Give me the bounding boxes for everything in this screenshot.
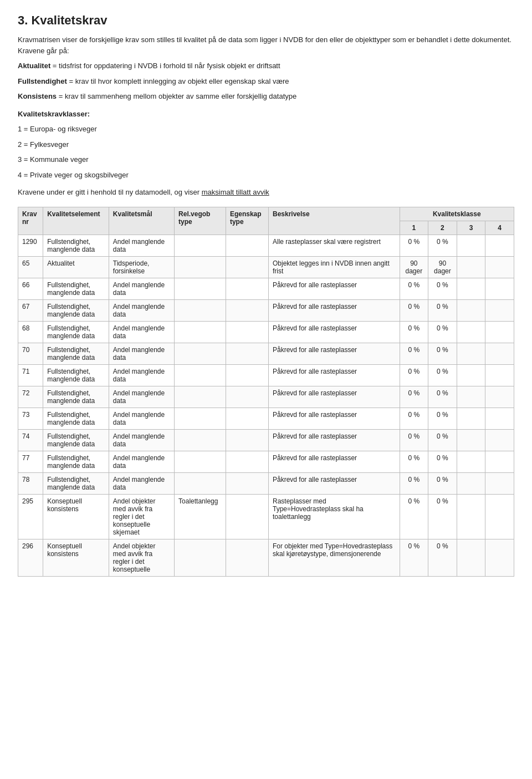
- cell-kvalitetselement: Fullstendighet, manglende data: [43, 408, 109, 429]
- cell-kvalitetsmaal: Andel manglende data: [109, 386, 174, 408]
- cell-rel-vegob-type: [175, 386, 226, 408]
- cell-k1: 0 %: [400, 235, 428, 256]
- note-text: Kravene under er gitt i henhold til ny d…: [18, 187, 514, 198]
- cell-k4: [485, 494, 514, 539]
- note-underline: maksimalt tillatt avvik: [202, 188, 269, 196]
- cell-k2: 0 %: [428, 539, 457, 576]
- cell-kvalitetsmaal: Andel manglende data: [109, 278, 174, 299]
- header-k3: 3: [457, 221, 485, 235]
- intro-text: Kravmatrisen viser de forskjellige krav …: [18, 34, 514, 56]
- cell-k1: 0 %: [400, 539, 428, 576]
- cell-rel-vegob-type: Toalettanlegg: [175, 494, 226, 539]
- cell-krav-nr: 1290: [18, 235, 43, 256]
- cell-k1: 90 dager: [400, 256, 428, 278]
- table-row: 77Fullstendighet, manglende dataAndel ma…: [18, 451, 514, 472]
- cell-k2: 0 %: [428, 429, 457, 451]
- cell-egenskap-type: [226, 386, 268, 408]
- table-row: 72Fullstendighet, manglende dataAndel ma…: [18, 386, 514, 408]
- cell-k2: 0 %: [428, 386, 457, 408]
- cell-k2: 0 %: [428, 494, 457, 539]
- cell-krav-nr: 70: [18, 343, 43, 364]
- cell-beskrivelse: Påkrevd for alle rasteplasser: [269, 451, 400, 472]
- cell-k3: [457, 408, 485, 429]
- cell-kvalitetselement: Konseptuell konsistens: [43, 539, 109, 576]
- cell-k4: [485, 321, 514, 343]
- cell-kvalitetsmaal: Andel manglende data: [109, 429, 174, 451]
- cell-k3: [457, 451, 485, 472]
- cell-kvalitetselement: Fullstendighet, manglende data: [43, 343, 109, 364]
- cell-kvalitetselement: Fullstendighet, manglende data: [43, 321, 109, 343]
- cell-beskrivelse: Påkrevd for alle rasteplasser: [269, 386, 400, 408]
- cell-kvalitetselement: Fullstendighet, manglende data: [43, 235, 109, 256]
- cell-k2: 0 %: [428, 343, 457, 364]
- cell-k4: [485, 299, 514, 321]
- cell-k1: 0 %: [400, 321, 428, 343]
- cell-k3: [457, 321, 485, 343]
- cell-krav-nr: 72: [18, 386, 43, 408]
- cell-k4: [485, 343, 514, 364]
- cell-k3: [457, 494, 485, 539]
- cell-egenskap-type: [226, 364, 268, 386]
- cell-krav-nr: 66: [18, 278, 43, 299]
- cell-rel-vegob-type: [175, 451, 226, 472]
- cell-kvalitetselement: Fullstendighet, manglende data: [43, 451, 109, 472]
- cell-k2: 0 %: [428, 321, 457, 343]
- cell-k3: [457, 386, 485, 408]
- def-konsistens: Konsistens = krav til sammenheng mellom …: [18, 91, 514, 102]
- cell-k2: 0 %: [428, 472, 457, 494]
- cell-k4: [485, 472, 514, 494]
- table-row: 65AktualitetTidsperiode, forsinkelseObje…: [18, 256, 514, 278]
- cell-kvalitetsmaal: Andel manglende data: [109, 408, 174, 429]
- cell-kvalitetsmaal: Andel manglende data: [109, 451, 174, 472]
- classes-header: Kvalitetskravklasser:: [18, 109, 514, 120]
- cell-k3: [457, 278, 485, 299]
- cell-krav-nr: 65: [18, 256, 43, 278]
- cell-k1: 0 %: [400, 386, 428, 408]
- cell-k4: [485, 539, 514, 576]
- cell-beskrivelse: Påkrevd for alle rasteplasser: [269, 408, 400, 429]
- cell-egenskap-type: [226, 408, 268, 429]
- cell-krav-nr: 77: [18, 451, 43, 472]
- cell-k4: [485, 429, 514, 451]
- cell-k2: 90 dager: [428, 256, 457, 278]
- cell-kvalitetsmaal: Andel objekter med avvik fra regler i de…: [109, 494, 174, 539]
- cell-k3: [457, 472, 485, 494]
- header-kvalitetsklasse: Kvalitetsklasse: [400, 207, 514, 221]
- cell-egenskap-type: [226, 299, 268, 321]
- cell-beskrivelse: Objektet legges inn i NVDB innen angitt …: [269, 256, 400, 278]
- cell-k4: [485, 278, 514, 299]
- cell-egenskap-type: [226, 235, 268, 256]
- cell-kvalitetsmaal: Andel manglende data: [109, 472, 174, 494]
- cell-kvalitetselement: Fullstendighet, manglende data: [43, 299, 109, 321]
- cell-egenskap-type: [226, 539, 268, 576]
- cell-k1: 0 %: [400, 278, 428, 299]
- header-k2: 2: [428, 221, 457, 235]
- cell-kvalitetselement: Fullstendighet, manglende data: [43, 364, 109, 386]
- cell-k2: 0 %: [428, 235, 457, 256]
- cell-k1: 0 %: [400, 451, 428, 472]
- cell-rel-vegob-type: [175, 408, 226, 429]
- class-1: 1 = Europa- og riksveger: [18, 124, 514, 135]
- cell-kvalitetsmaal: Andel objekter med avvik fra regler i de…: [109, 539, 174, 576]
- table-row: 70Fullstendighet, manglende dataAndel ma…: [18, 343, 514, 364]
- table-row: 295Konseptuell konsistensAndel objekter …: [18, 494, 514, 539]
- cell-beskrivelse: Alle rasteplasser skal være registrert: [269, 235, 400, 256]
- cell-rel-vegob-type: [175, 472, 226, 494]
- cell-egenskap-type: [226, 278, 268, 299]
- cell-rel-vegob-type: [175, 278, 226, 299]
- table-row: 296Konseptuell konsistensAndel objekter …: [18, 539, 514, 576]
- cell-beskrivelse: Rasteplasser med Type=Hovedrasteplass sk…: [269, 494, 400, 539]
- cell-egenskap-type: [226, 451, 268, 472]
- class-4: 4 = Private veger og skogsbilveger: [18, 170, 514, 181]
- note-block: Kravene under er gitt i henhold til ny d…: [18, 187, 514, 198]
- cell-kvalitetselement: Fullstendighet, manglende data: [43, 429, 109, 451]
- cell-k1: 0 %: [400, 429, 428, 451]
- cell-kvalitetselement: Konseptuell konsistens: [43, 494, 109, 539]
- cell-k4: [485, 364, 514, 386]
- cell-k4: [485, 408, 514, 429]
- cell-rel-vegob-type: [175, 235, 226, 256]
- cell-beskrivelse: Påkrevd for alle rasteplasser: [269, 472, 400, 494]
- cell-k1: 0 %: [400, 494, 428, 539]
- cell-beskrivelse: Påkrevd for alle rasteplasser: [269, 364, 400, 386]
- cell-k4: [485, 451, 514, 472]
